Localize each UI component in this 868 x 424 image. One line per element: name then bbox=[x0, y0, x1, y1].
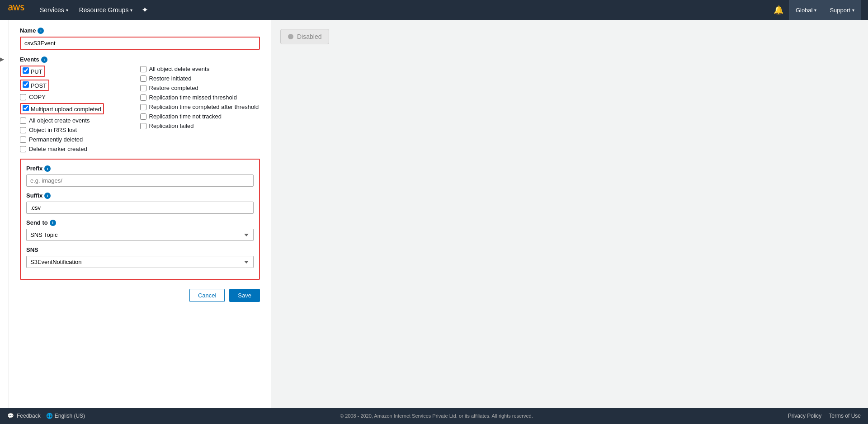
restore-complete-checkbox[interactable] bbox=[140, 85, 146, 91]
rrs-lost-checkbox[interactable] bbox=[20, 127, 26, 133]
copyright-text: © 2008 - 2020, Amazon Internet Services … bbox=[340, 413, 533, 419]
language-selector[interactable]: 🌐 English (US) bbox=[46, 413, 85, 419]
support-chevron-icon: ▾ bbox=[852, 8, 854, 13]
send-to-field: Send to i SNS Topic SQS Queue Lambda Fun… bbox=[26, 219, 254, 241]
resource-groups-menu[interactable]: Resource Groups ▾ bbox=[74, 0, 138, 20]
services-chevron-icon: ▾ bbox=[66, 8, 68, 13]
repl-not-tracked-checkbox[interactable] bbox=[140, 113, 146, 120]
repl-completed-after-checkbox[interactable] bbox=[140, 104, 146, 110]
event-permanently-deleted[interactable]: Permanently deleted bbox=[20, 136, 140, 143]
suffix-input[interactable] bbox=[26, 202, 254, 214]
suffix-info-icon[interactable]: i bbox=[44, 193, 51, 199]
event-repl-failed[interactable]: Replication failed bbox=[140, 122, 260, 129]
event-restore-complete[interactable]: Restore completed bbox=[140, 85, 260, 91]
event-all-create[interactable]: All object create events bbox=[20, 117, 140, 124]
collapse-arrow-icon: ▶ bbox=[0, 56, 4, 62]
event-post[interactable]: POST bbox=[20, 80, 140, 91]
event-copy[interactable]: COPY bbox=[20, 94, 140, 100]
terms-of-use-link[interactable]: Terms of Use bbox=[829, 413, 861, 419]
services-label: Services bbox=[40, 6, 64, 14]
global-chevron-icon: ▾ bbox=[814, 8, 816, 13]
prefix-label: Prefix i bbox=[26, 165, 254, 172]
name-input[interactable] bbox=[21, 38, 259, 49]
globe-icon: 🌐 bbox=[46, 413, 53, 419]
repl-failed-checkbox[interactable] bbox=[140, 123, 146, 129]
disabled-badge: Disabled bbox=[280, 29, 329, 44]
event-repl-not-tracked[interactable]: Replication time not tracked bbox=[140, 113, 260, 120]
name-field-section: Name i bbox=[20, 27, 260, 50]
event-rrs-lost[interactable]: Object in RRS lost bbox=[20, 127, 140, 133]
right-panel: Disabled bbox=[271, 20, 868, 408]
form-panel: Name i Events i PUT bbox=[9, 20, 271, 408]
copy-checkbox[interactable] bbox=[20, 94, 26, 100]
language-label: English (US) bbox=[55, 413, 85, 419]
sidebar-collapse-button[interactable]: ▶ bbox=[0, 20, 9, 408]
notifications-button[interactable]: 🔔 bbox=[768, 5, 789, 15]
page-footer: 💬 Feedback 🌐 English (US) © 2008 - 2020,… bbox=[0, 408, 868, 424]
prefix-input[interactable] bbox=[26, 174, 254, 187]
sns-field: SNS S3EventNotification bbox=[26, 246, 254, 268]
post-highlight: POST bbox=[20, 80, 49, 91]
events-label: Events i bbox=[20, 56, 260, 63]
events-grid: PUT POST COPY bbox=[20, 66, 260, 152]
feedback-label: Feedback bbox=[17, 413, 41, 419]
aws-logo[interactable] bbox=[7, 5, 25, 15]
events-info-icon[interactable]: i bbox=[41, 57, 47, 63]
feedback-bubble-icon: 💬 bbox=[7, 413, 14, 419]
event-delete-marker[interactable]: Delete marker created bbox=[20, 146, 140, 152]
support-menu[interactable]: Support ▾ bbox=[823, 0, 861, 20]
events-left-column: PUT POST COPY bbox=[20, 66, 140, 152]
sns-select[interactable]: S3EventNotification bbox=[26, 256, 254, 268]
support-label: Support bbox=[830, 7, 850, 14]
events-section: Events i PUT POST bbox=[20, 56, 260, 152]
sns-label: SNS bbox=[26, 246, 254, 253]
put-highlight: PUT bbox=[20, 66, 45, 77]
delete-marker-checkbox[interactable] bbox=[20, 146, 26, 152]
event-restore-init[interactable]: Restore initiated bbox=[140, 75, 260, 82]
top-navigation: Services ▾ Resource Groups ▾ ✦ 🔔 Global … bbox=[0, 0, 868, 20]
footer-links: Privacy Policy Terms of Use bbox=[788, 413, 861, 419]
privacy-policy-link[interactable]: Privacy Policy bbox=[788, 413, 822, 419]
send-to-info-icon[interactable]: i bbox=[50, 220, 56, 226]
name-info-icon[interactable]: i bbox=[38, 28, 44, 34]
name-input-wrapper bbox=[20, 37, 260, 50]
services-menu[interactable]: Services ▾ bbox=[34, 0, 74, 20]
resource-groups-label: Resource Groups bbox=[79, 6, 129, 14]
all-create-checkbox[interactable] bbox=[20, 118, 26, 124]
disabled-dot-icon bbox=[288, 34, 293, 39]
perm-deleted-checkbox[interactable] bbox=[20, 137, 26, 143]
save-button[interactable]: Save bbox=[229, 289, 260, 302]
global-label: Global bbox=[796, 7, 813, 14]
event-repl-completed-after[interactable]: Replication time completed after thresho… bbox=[140, 104, 260, 110]
resource-groups-chevron-icon: ▾ bbox=[130, 8, 132, 13]
put-checkbox[interactable] bbox=[23, 67, 29, 74]
prefix-info-icon[interactable]: i bbox=[44, 165, 51, 172]
send-to-label: Send to i bbox=[26, 219, 254, 226]
filter-destination-section: Prefix i Suffix i Send to i bbox=[20, 159, 260, 280]
repl-missed-checkbox[interactable] bbox=[140, 94, 146, 101]
event-repl-missed[interactable]: Replication time missed threshold bbox=[140, 94, 260, 101]
global-region-menu[interactable]: Global ▾ bbox=[789, 0, 823, 20]
restore-init-checkbox[interactable] bbox=[140, 75, 146, 82]
events-right-column: All object delete events Restore initiat… bbox=[140, 66, 260, 152]
send-to-select[interactable]: SNS Topic SQS Queue Lambda Function bbox=[26, 229, 254, 241]
multipart-checkbox[interactable] bbox=[23, 105, 29, 111]
multipart-highlight: Multipart upload completed bbox=[20, 103, 104, 114]
event-all-delete[interactable]: All object delete events bbox=[140, 66, 260, 72]
bookmarks-button[interactable]: ✦ bbox=[138, 5, 152, 15]
cancel-button[interactable]: Cancel bbox=[189, 289, 225, 302]
disabled-label: Disabled bbox=[297, 33, 321, 40]
name-label: Name i bbox=[20, 27, 260, 34]
suffix-field: Suffix i bbox=[26, 192, 254, 214]
prefix-field: Prefix i bbox=[26, 165, 254, 187]
suffix-label: Suffix i bbox=[26, 192, 254, 199]
event-multipart[interactable]: Multipart upload completed bbox=[20, 103, 140, 114]
form-actions: Cancel Save bbox=[20, 289, 260, 311]
feedback-button[interactable]: 💬 Feedback bbox=[7, 413, 41, 419]
event-put[interactable]: PUT bbox=[20, 66, 140, 77]
post-checkbox[interactable] bbox=[23, 81, 29, 88]
all-delete-checkbox[interactable] bbox=[140, 66, 146, 72]
